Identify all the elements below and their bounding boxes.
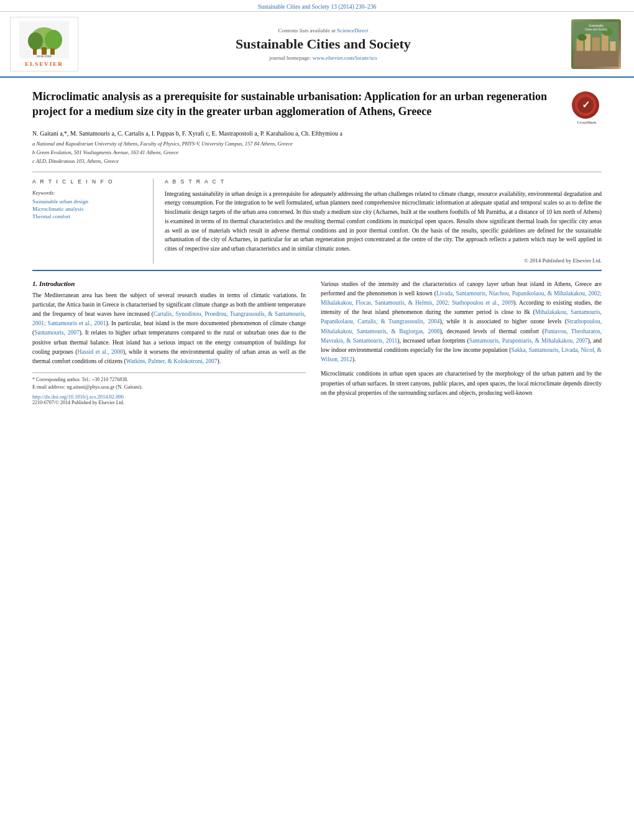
divider-1	[32, 172, 602, 172]
svg-rect-4	[42, 47, 47, 55]
sciencedirect-link[interactable]: ScienceDirect	[337, 27, 368, 34]
svg-rect-9	[574, 50, 618, 67]
crossmark-badge: ✓ CrossMark	[572, 91, 602, 121]
svg-point-15	[577, 34, 586, 41]
footnote-issn: 2210-6707/© 2014 Published by Elsevier L…	[32, 400, 306, 405]
intro-left-para-1: The Mediterranean area has been the subj…	[32, 291, 306, 367]
authors-line: N. Gaitani a,*, M. Santamouris a, C. Car…	[32, 129, 602, 138]
svg-rect-14	[610, 42, 616, 51]
article-body: Microclimatic analysis as a prerequisite…	[0, 78, 634, 417]
journal-header: ELSEVIER ELSEVIER Contents lists availab…	[0, 12, 634, 78]
copyright-line: © 2014 Published by Elsevier Ltd.	[165, 257, 602, 264]
crossmark-icon: ✓	[572, 91, 599, 119]
page: Sustainable Cities and Society 13 (2014)…	[0, 0, 634, 840]
article-title: Microclimatic analysis as a prerequisite…	[32, 89, 562, 119]
journal-cover-svg: Sustainable Cities and Society	[574, 19, 618, 69]
footnote-section: * Corresponding author. Tel.: +30 210 72…	[32, 372, 306, 405]
journal-title: Sustainable Cities and Society	[236, 36, 411, 52]
svg-text:Sustainable: Sustainable	[589, 24, 604, 27]
affil-b: b Green Evolution, 501 Vouliagmenis Aven…	[32, 149, 602, 157]
svg-point-2	[28, 32, 43, 50]
body-two-col: 1. Introduction The Mediterranean area h…	[32, 280, 602, 405]
journal-center: Contents lists available at ScienceDirec…	[85, 17, 562, 72]
article-title-section: Microclimatic analysis as a prerequisite…	[32, 89, 602, 121]
thick-divider	[32, 270, 602, 271]
svg-rect-5	[33, 48, 37, 55]
affil-c: c ALD, Dinokratous 103, Athens, Greece	[32, 158, 602, 165]
keyword-2: Microclimatic analysis	[32, 206, 144, 212]
journal-thumbnail: Sustainable Cities and Society	[568, 17, 624, 72]
info-abstract-section: A R T I C L E I N F O Keywords: Sustaina…	[32, 178, 602, 264]
svg-text:ELSEVIER: ELSEVIER	[37, 55, 52, 58]
svg-text:Cities and Society: Cities and Society	[585, 28, 608, 31]
intro-heading: 1. Introduction	[32, 280, 306, 287]
affil-a: a National and Kapodistrian University o…	[32, 141, 602, 148]
journal-cover-image: Sustainable Cities and Society	[571, 19, 621, 69]
article-info-label: A R T I C L E I N F O	[32, 178, 144, 185]
svg-rect-6	[50, 48, 55, 55]
affiliations: a National and Kapodistrian University o…	[32, 141, 602, 165]
abstract-label: A B S T R A C T	[165, 178, 602, 185]
crossmark-label: CrossMark	[572, 120, 602, 125]
keyword-1: Sustainable urban design	[32, 198, 144, 205]
svg-text:✓: ✓	[582, 99, 590, 110]
keywords-label: Keywords:	[32, 190, 144, 196]
intro-right-para-2: Microclimatic conditions in urban open s…	[321, 369, 602, 398]
elsevier-brand-text: ELSEVIER	[25, 61, 63, 67]
journal-citation: Sustainable Cities and Society 13 (2014)…	[258, 4, 377, 10]
keyword-3: Thermal comfort	[32, 213, 144, 219]
journal-homepage-link[interactable]: www.elsevier.com/locate/scs	[313, 55, 377, 61]
contents-line: Contents lists available at ScienceDirec…	[278, 27, 369, 34]
crossmark-svg: ✓	[574, 94, 597, 116]
journal-homepage: journal homepage: www.elsevier.com/locat…	[269, 55, 377, 61]
body-right-col: Various studies of the intensity and the…	[321, 280, 602, 405]
body-left-col: 1. Introduction The Mediterranean area h…	[32, 280, 306, 405]
journal-bar: Sustainable Cities and Society 13 (2014)…	[0, 0, 634, 12]
article-info-col: A R T I C L E I N F O Keywords: Sustaina…	[32, 178, 154, 264]
elsevier-logo-icon: ELSEVIER	[19, 21, 69, 58]
abstract-col: A B S T R A C T Integrating sustainabili…	[154, 178, 602, 264]
footnote-star: * Corresponding author. Tel.: +30 210 72…	[32, 377, 306, 382]
footnote-email: E-mail address: ng.aitani@phys.uoa.gr (N…	[32, 384, 306, 391]
elsevier-logo: ELSEVIER ELSEVIER	[10, 17, 78, 72]
intro-right-para-1: Various studies of the intensity and the…	[321, 280, 602, 365]
footnote-doi[interactable]: http://dx.doi.org/10.1016/j.scs.2014.02.…	[32, 394, 306, 400]
svg-rect-12	[592, 37, 600, 51]
abstract-text: Integrating sustainability in urban desi…	[165, 190, 602, 254]
svg-point-3	[45, 30, 62, 50]
